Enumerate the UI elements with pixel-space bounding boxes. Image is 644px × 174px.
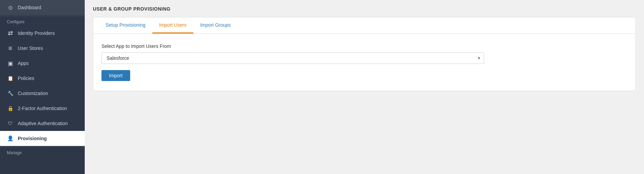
sidebar-item-dashboard[interactable]: Dashboard	[0, 0, 85, 15]
dashboard-icon	[7, 4, 14, 11]
tabs-bar: Setup Provisioning Import Users Import G…	[93, 17, 635, 34]
sidebar-item-provisioning[interactable]: Provisioning	[0, 131, 85, 146]
app-select-wrapper: Salesforce ▾	[101, 52, 484, 64]
app-select[interactable]: Salesforce	[101, 52, 484, 64]
apps-icon	[7, 60, 14, 67]
tab-import-users[interactable]: Import Users	[152, 17, 193, 34]
sidebar-item-identity-providers[interactable]: Identity Providers	[0, 26, 85, 41]
sidebar-item-label: Dashboard	[18, 5, 41, 10]
page-title: USER & GROUP PROVISIONING	[85, 0, 644, 12]
identity-icon	[7, 30, 14, 37]
sidebar-item-adaptive-auth[interactable]: Adaptive Authentication	[0, 116, 85, 131]
main-content: USER & GROUP PROVISIONING Setup Provisio…	[85, 0, 644, 174]
sidebar-section-manage: Manage	[0, 147, 85, 157]
provisioning-card: Setup Provisioning Import Users Import G…	[93, 17, 636, 91]
sidebar-item-label: Identity Providers	[18, 30, 55, 36]
sidebar-item-label: Policies	[18, 76, 34, 81]
sidebar-item-customization[interactable]: Customization	[0, 86, 85, 101]
sidebar-item-user-stores[interactable]: User Stores	[0, 41, 85, 56]
sidebar-item-apps[interactable]: Apps	[0, 56, 85, 71]
select-label: Select App to Import Users From	[101, 43, 627, 49]
customization-icon	[7, 90, 14, 97]
sidebar-item-label: User Stores	[18, 45, 43, 51]
sidebar-section-configure: Configure	[0, 16, 85, 26]
import-button[interactable]: Import	[101, 70, 130, 81]
sidebar-item-2fa[interactable]: 2-Factor Authentication	[0, 101, 85, 116]
sidebar-item-label: 2-Factor Authentication	[18, 106, 67, 111]
sidebar-item-policies[interactable]: Policies	[0, 71, 85, 86]
tab-import-groups[interactable]: Import Groups	[193, 17, 237, 34]
sidebar-item-label: Apps	[18, 61, 29, 66]
2fa-icon	[7, 105, 14, 112]
sidebar-item-label: Customization	[18, 91, 48, 96]
policies-icon	[7, 75, 14, 82]
sidebar-item-label: Adaptive Authentication	[18, 121, 68, 126]
provisioning-icon	[7, 135, 14, 142]
adaptive-icon	[7, 120, 14, 127]
card-body: Select App to Import Users From Salesfor…	[93, 34, 635, 91]
sidebar: Dashboard Configure Identity Providers U…	[0, 0, 85, 174]
tab-setup-provisioning[interactable]: Setup Provisioning	[99, 17, 152, 34]
sidebar-item-label: Provisioning	[18, 136, 47, 141]
userstores-icon	[7, 45, 14, 52]
